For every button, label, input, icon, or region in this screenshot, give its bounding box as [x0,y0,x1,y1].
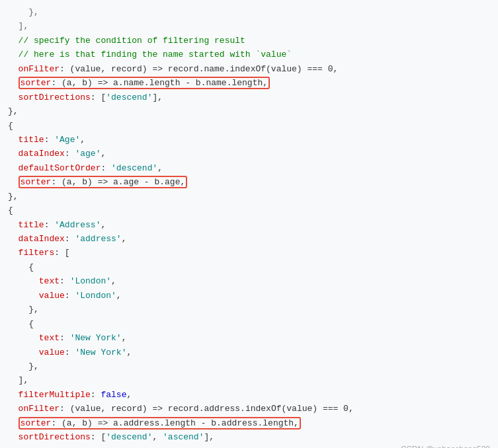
code-line-30: sorter: (a, b) => a.address.length - b.a… [8,416,490,430]
code-line-16: title: 'Address', [8,218,490,232]
code-line-13: sorter: (a, b) => a.age - b.age, [8,175,490,189]
sorter-box-3: sorter: (a, b) => a.address.length - b.a… [19,417,301,429]
code-line-22: }, [8,303,490,317]
sorter-box-1: sorter: (a, b) => a.name.length - b.name… [19,77,270,89]
code-line-7: sortDirections: ['descend'], [8,91,490,104]
code-line-8: }, [8,104,490,118]
code-line-2: ], [8,19,490,33]
watermark: CSDN @yehaocheng520 [401,443,490,448]
code-line-25: value: 'New York', [8,346,490,359]
code-line-21: value: 'London', [8,289,490,303]
code-line-24: text: 'New York', [8,331,490,345]
code-line-9: { [8,119,490,133]
code-line-1: }, [8,5,490,19]
code-line-28: filterMultiple: false, [8,388,490,402]
code-container: }, ], // specify the condition of filter… [0,0,498,448]
code-line-31: sortDirections: ['descend', 'ascend'], [8,430,490,444]
code-line-3: // specify the condition of filtering re… [8,34,490,48]
code-line-29: onFilter: (value, record) => record.addr… [8,402,490,416]
code-line-27: ], [8,373,490,387]
sorter-box-2: sorter: (a, b) => a.age - b.age, [19,176,188,188]
code-line-17: dataIndex: 'address', [8,232,490,246]
code-line-6: sorter: (a, b) => a.name.length - b.name… [8,76,490,90]
code-line-14: }, [8,190,490,204]
code-line-5: onFilter: (value, record) => record.name… [8,62,490,76]
code-line-19: { [8,260,490,274]
code-line-15: { [8,204,490,217]
code-line-11: dataIndex: 'age', [8,147,490,161]
code-line-18: filters: [ [8,246,490,260]
code-line-20: text: 'London', [8,274,490,288]
code-line-23: { [8,317,490,331]
code-line-4: // here is that finding the name started… [8,48,490,61]
code-line-26: }, [8,359,490,373]
code-line-10: title: 'Age', [8,133,490,147]
code-line-12: defaultSortOrder: 'descend', [8,161,490,175]
